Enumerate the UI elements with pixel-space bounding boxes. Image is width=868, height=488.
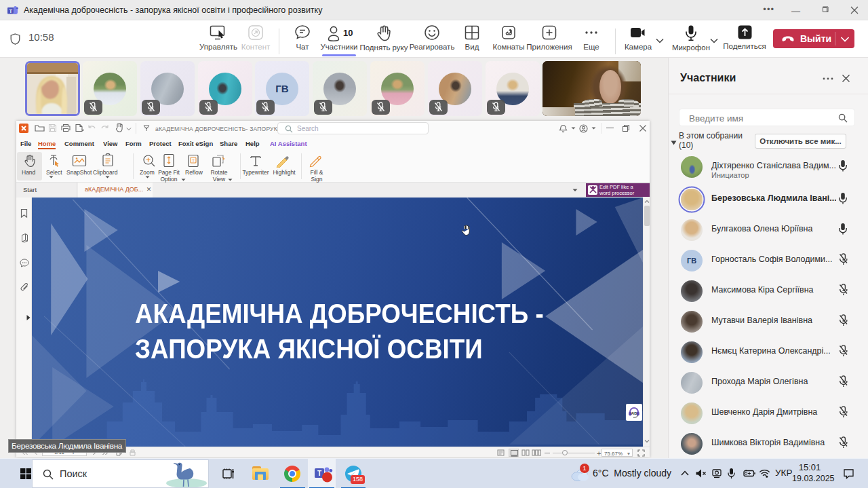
svg-text:T: T <box>317 470 321 477</box>
svg-text:T: T <box>192 159 195 163</box>
svg-text:AID: AID <box>631 411 637 415</box>
svg-text:T: T <box>9 8 12 14</box>
